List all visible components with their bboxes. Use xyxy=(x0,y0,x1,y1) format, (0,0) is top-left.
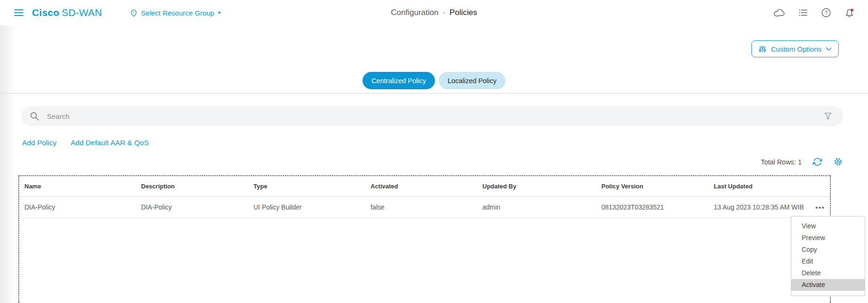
brand-logo-cisco: Cisco xyxy=(32,7,59,18)
column-header-description[interactable]: Description xyxy=(141,183,253,190)
chevron-down-icon xyxy=(826,47,832,51)
policy-actions: Add Policy Add Default AAR & QoS xyxy=(22,139,149,147)
tasks-icon[interactable] xyxy=(798,8,808,17)
context-menu-item-view[interactable]: View xyxy=(791,220,865,232)
column-header-name[interactable]: Name xyxy=(24,183,141,190)
policies-page: CiscoSD-WAN Select Resource Group Config… xyxy=(0,0,868,303)
context-menu-item-edit[interactable]: Edit xyxy=(791,256,865,267)
table-toolbar: Total Rows: 1 xyxy=(761,157,843,167)
location-pin-icon xyxy=(129,8,138,17)
context-menu-item-delete[interactable]: Delete xyxy=(791,267,865,279)
breadcrumb-page: Policies xyxy=(450,8,477,17)
refresh-icon[interactable] xyxy=(813,157,822,167)
cloud-icon[interactable] xyxy=(773,8,785,17)
policy-type-tabs: Centralized Policy Localized Policy xyxy=(0,72,868,89)
help-icon[interactable]: ? xyxy=(821,8,831,18)
add-policy-link[interactable]: Add Policy xyxy=(22,139,56,147)
table-header-row: Name Description Type Activated Updated … xyxy=(19,176,830,197)
total-rows-label: Total Rows: 1 xyxy=(761,158,802,166)
cell-activated: false xyxy=(371,203,482,211)
context-menu-item-preview[interactable]: Preview xyxy=(791,232,865,244)
breadcrumb-section: Configuration xyxy=(391,8,438,17)
context-menu-item-copy[interactable]: Copy xyxy=(791,244,865,256)
column-header-updated-by[interactable]: Updated By xyxy=(482,183,601,190)
context-menu-item-activate[interactable]: Activate xyxy=(791,279,865,291)
column-header-type[interactable]: Type xyxy=(253,183,371,190)
top-header: CiscoSD-WAN Select Resource Group Config… xyxy=(0,0,868,25)
table-row: DIA-Policy DIA-Policy UI Policy Builder … xyxy=(19,197,830,218)
cell-updated-by: admin xyxy=(482,203,601,211)
notifications-bell-icon[interactable] xyxy=(844,8,855,18)
row-actions-ellipsis-button[interactable]: ••• xyxy=(813,203,828,212)
brand-logo-product: SD-WAN xyxy=(62,7,102,18)
tab-localized-policy[interactable]: Localized Policy xyxy=(439,72,505,89)
left-edge-shade xyxy=(0,25,16,303)
search-icon xyxy=(30,111,39,121)
tab-centralized-policy[interactable]: Centralized Policy xyxy=(363,72,435,89)
search-bar xyxy=(21,106,843,126)
column-header-policy-version[interactable]: Policy Version xyxy=(601,183,714,190)
add-default-aar-qos-link[interactable]: Add Default AAR & QoS xyxy=(71,139,149,147)
cell-policy-version: 08132023T03283521 xyxy=(601,203,714,211)
filter-funnel-icon[interactable] xyxy=(823,111,833,121)
brand-logo: CiscoSD-WAN xyxy=(32,7,102,18)
svg-text:?: ? xyxy=(825,10,828,16)
hamburger-menu-icon[interactable] xyxy=(13,7,24,18)
cell-type: UI Policy Builder xyxy=(253,203,371,211)
header-icon-group: ? xyxy=(773,0,855,25)
section-divider xyxy=(0,93,868,93)
sliders-icon xyxy=(758,45,766,53)
table-settings-gear-icon[interactable] xyxy=(833,157,843,167)
column-header-activated[interactable]: Activated xyxy=(371,183,482,190)
cell-description: DIA-Policy xyxy=(141,203,253,211)
cell-last-updated: 13 Aug 2023 10:28:35 AM WIB xyxy=(714,203,813,211)
custom-options-button[interactable]: Custom Options xyxy=(751,40,839,57)
breadcrumb: Configuration · Policies xyxy=(391,8,477,17)
row-context-menu: View Preview Copy Edit Delete Activate xyxy=(791,216,865,296)
custom-options-label: Custom Options xyxy=(771,45,821,53)
resource-group-label: Select Resource Group xyxy=(141,9,214,17)
policies-table: Name Description Type Activated Updated … xyxy=(18,175,831,303)
breadcrumb-separator: · xyxy=(442,8,445,17)
caret-down-icon xyxy=(217,11,221,15)
resource-group-selector[interactable]: Select Resource Group xyxy=(129,8,221,17)
column-header-last-updated[interactable]: Last Updated xyxy=(714,183,813,190)
cell-name: DIA-Policy xyxy=(24,203,141,211)
search-input[interactable] xyxy=(46,112,823,121)
